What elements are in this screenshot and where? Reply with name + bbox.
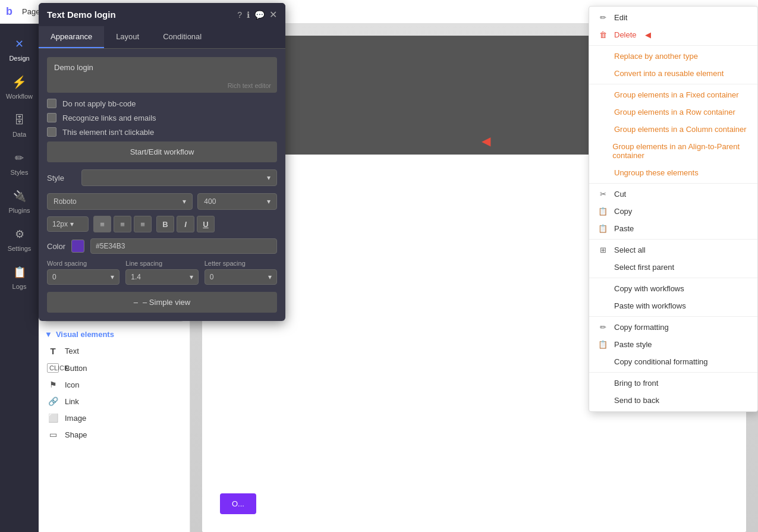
line-spacing-control[interactable]: 1.4 ▾ [125, 269, 198, 285]
ctx-paste-workflows[interactable]: Paste with workflows [589, 297, 757, 314]
collapse-arrow[interactable]: ▼ [45, 330, 52, 339]
letter-spacing-value: 0 [210, 273, 214, 281]
modal-close-button[interactable]: ✕ [269, 9, 277, 20]
sidebar-item-settings[interactable]: ⚙ Settings [0, 220, 39, 258]
sidebar-item-data[interactable]: 🗄 Data [0, 106, 39, 144]
word-spacing-value: 0 [52, 273, 56, 281]
font-size-box[interactable]: 12px ▾ [47, 216, 89, 232]
sidebar-item-label: Styles [11, 169, 29, 176]
ctx-label: Group elements in a Row container [614, 108, 735, 117]
chat-icon[interactable]: 💬 [254, 10, 265, 20]
ctx-group-align[interactable]: Group elements in an Align-to-Parent con… [589, 138, 757, 164]
element-label: Link [65, 397, 79, 406]
visual-element-icon[interactable]: ⚑ Icon [39, 376, 190, 393]
tab-layout[interactable]: Layout [104, 26, 151, 48]
ctx-copy[interactable]: 📋 Copy [589, 203, 757, 220]
shape-icon: ▭ [47, 430, 59, 439]
info-icon[interactable]: ℹ [247, 10, 250, 20]
ctx-paste[interactable]: 📋 Paste [589, 220, 757, 237]
workflow-button[interactable]: Start/Edit workflow [47, 141, 277, 162]
align-right-button[interactable]: ≡ [134, 216, 152, 232]
bbcode-checkbox[interactable] [47, 99, 56, 108]
tab-conditional[interactable]: Conditional [151, 26, 213, 48]
delete-arrow: ◀ [645, 30, 651, 39]
modal-title: Text Demo login [47, 10, 231, 20]
icon-icon: ⚑ [47, 380, 59, 389]
visual-elements-label: Visual elements [56, 330, 114, 339]
visual-element-text[interactable]: T Text [39, 342, 190, 360]
simple-view-label: – Simple view [143, 298, 190, 307]
visual-element-shape[interactable]: ▭ Shape [39, 426, 190, 443]
ctx-edit[interactable]: ✏ Edit [589, 9, 757, 26]
sidebar-item-label: Settings [8, 245, 32, 252]
ctx-label: Replace by another type [614, 52, 698, 61]
canvas-red-arrow: ◀ [482, 134, 490, 148]
text-editor-box[interactable]: Demo login Rich text editor [47, 57, 277, 93]
ctx-label: Paste [614, 224, 634, 233]
ctx-copy-formatting[interactable]: ✏ Copy formatting [589, 319, 757, 336]
tab-appearance[interactable]: Appearance [39, 26, 104, 48]
ctx-ungroup[interactable]: Ungroup these elements [589, 164, 757, 181]
ctx-label: Group elements in a Fixed container [614, 90, 739, 99]
ctx-label: Delete [614, 30, 637, 39]
italic-button[interactable]: I [177, 216, 194, 232]
simple-view-button[interactable]: – – Simple view [47, 292, 277, 313]
letter-spacing-item: Letter spacing 0 ▾ [205, 260, 277, 285]
ctx-select-parent[interactable]: Select first parent [589, 259, 757, 276]
modal-header-icons: ? ℹ 💬 ✕ [237, 9, 277, 20]
select-all-icon: ⊞ [597, 245, 608, 254]
weight-select[interactable]: 400 ▾ [197, 193, 277, 210]
ctx-cut[interactable]: ✂ Cut [589, 185, 757, 203]
ctx-copy-conditional[interactable]: Copy conditional formatting [589, 353, 757, 370]
sidebar-item-workflow[interactable]: ⚡ Workflow [0, 68, 39, 106]
format-buttons: B I U [156, 216, 215, 232]
copy-formatting-icon: ✏ [597, 323, 608, 332]
links-checkbox[interactable] [47, 113, 56, 122]
sidebar-item-plugins[interactable]: 🔌 Plugins [0, 182, 39, 220]
style-dropdown[interactable]: ▾ [81, 169, 277, 186]
ctx-paste-style[interactable]: 📋 Paste style [589, 336, 757, 353]
align-center-button[interactable]: ≡ [114, 216, 131, 232]
ctx-label: Cut [614, 190, 626, 199]
help-icon[interactable]: ? [237, 10, 242, 20]
ctx-group-column[interactable]: Group elements in a Column container [589, 121, 757, 138]
ctx-replace[interactable]: Replace by another type [589, 48, 757, 65]
ctx-bring-front[interactable]: Bring to front [589, 374, 757, 392]
logs-icon: 📋 [11, 264, 28, 281]
visual-element-button[interactable]: CLICK Button [39, 360, 190, 376]
color-hex-input[interactable]: #5E34B3 [90, 238, 277, 254]
styles-icon: ✏ [11, 150, 28, 166]
plugins-icon: 🔌 [11, 188, 28, 204]
word-spacing-label: Word spacing [47, 260, 119, 267]
ctx-copy-workflows[interactable]: Copy with workflows [589, 280, 757, 297]
ctx-select-all[interactable]: ⊞ Select all [589, 241, 757, 259]
visual-element-image[interactable]: ⬜ Image [39, 410, 190, 426]
ctx-send-back[interactable]: Send to back [589, 392, 757, 409]
size-align-row: 12px ▾ ≡ ≡ ≡ B I U [47, 216, 277, 232]
paste-icon: 📋 [597, 224, 608, 233]
font-value: Roboto [54, 197, 77, 206]
context-menu: ✏ Edit 🗑 Delete ◀ Replace by another typ… [589, 6, 758, 412]
align-left-button[interactable]: ≡ [93, 216, 111, 232]
ctx-label: Paste style [614, 340, 652, 349]
underline-button[interactable]: U [197, 216, 215, 232]
minus-icon: – [134, 298, 138, 307]
ctx-group-row[interactable]: Group elements in a Row container [589, 103, 757, 121]
bbcode-label: Do not apply bb-code [62, 99, 136, 108]
bold-button[interactable]: B [156, 216, 174, 232]
style-row: Style ▾ [47, 169, 277, 186]
ctx-group-fixed[interactable]: Group elements in a Fixed container [589, 86, 757, 103]
sidebar-item-styles[interactable]: ✏ Styles [0, 144, 39, 182]
font-select[interactable]: Roboto ▾ [47, 193, 193, 210]
word-spacing-control[interactable]: 0 ▾ [47, 269, 119, 285]
sidebar-item-design[interactable]: ✕ Design [0, 30, 39, 68]
sidebar-item-logs[interactable]: 📋 Logs [0, 258, 39, 296]
color-swatch[interactable] [71, 240, 84, 253]
ctx-convert[interactable]: Convert into a reusable element [589, 65, 757, 82]
letter-spacing-control[interactable]: 0 ▾ [205, 269, 277, 285]
ctx-delete[interactable]: 🗑 Delete ◀ [589, 26, 757, 43]
color-row: Color #5E34B3 [47, 238, 277, 254]
word-spacing-item: Word spacing 0 ▾ [47, 260, 119, 285]
visual-element-link[interactable]: 🔗 Link [39, 393, 190, 410]
clickable-checkbox[interactable] [47, 127, 56, 137]
